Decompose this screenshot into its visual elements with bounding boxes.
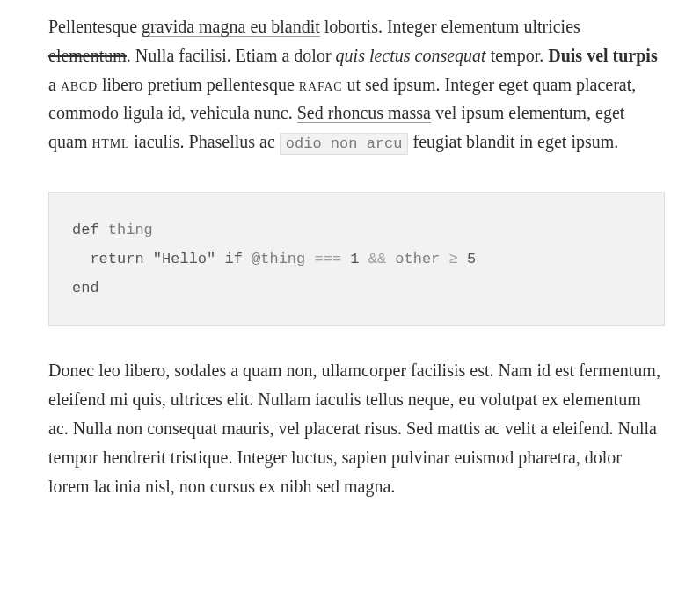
text-run: libero pretium pellentesque bbox=[98, 75, 299, 94]
text-run: lobortis. Integer elementum ultricies bbox=[320, 17, 580, 36]
emphasis-text: quis lectus consequat bbox=[336, 46, 486, 65]
text-run: iaculis. Phasellus ac bbox=[129, 132, 280, 151]
code-space bbox=[243, 251, 252, 267]
text-run: . Nulla facilisi. Etiam a dolor bbox=[127, 46, 336, 65]
paragraph-1: Pellentesque gravida magna eu blandit lo… bbox=[48, 12, 665, 157]
paragraph-2: Donec leo libero, sodales a quam non, ul… bbox=[48, 356, 665, 500]
code-op-eqeqeq: === bbox=[314, 251, 341, 267]
link-gravida[interactable]: gravida magna eu blandit bbox=[142, 17, 320, 37]
text-run: a bbox=[48, 75, 61, 94]
code-block: def thing return "Hello" if @thing === 1… bbox=[48, 192, 665, 326]
code-space bbox=[341, 251, 350, 267]
strong-text: Duis vel turpis bbox=[548, 46, 657, 65]
strikethrough-text: elementum bbox=[48, 46, 127, 65]
text-run: tempor. bbox=[486, 46, 549, 65]
inline-code: odio non arcu bbox=[280, 133, 409, 155]
code-keyword-end: end bbox=[72, 280, 99, 296]
code-space bbox=[215, 251, 224, 267]
code-number-1: 1 bbox=[350, 251, 359, 267]
code-space bbox=[386, 251, 395, 267]
code-name: thing bbox=[99, 222, 153, 238]
text-run: Pellentesque bbox=[48, 17, 142, 36]
code-string: "Hello" bbox=[153, 251, 215, 267]
code-space bbox=[440, 251, 448, 267]
link-sed-rhoncus[interactable]: Sed rhoncus massa bbox=[297, 103, 431, 123]
code-space bbox=[305, 251, 314, 267]
code-keyword-def: def bbox=[72, 222, 99, 238]
text-run: feugiat blandit in eget ipsum. bbox=[408, 132, 618, 151]
code-number-5: 5 bbox=[467, 251, 476, 267]
code-op-and: && bbox=[368, 251, 386, 267]
smallcaps-html: html bbox=[91, 132, 129, 151]
code-space bbox=[144, 251, 153, 267]
smallcaps-abcd: abcd bbox=[61, 75, 98, 94]
code-space bbox=[458, 251, 467, 267]
smallcaps-rafac: rafac bbox=[299, 75, 343, 94]
code-space bbox=[360, 251, 368, 267]
document-page: Pellentesque gravida magna eu blandit lo… bbox=[0, 0, 700, 500]
code-indent bbox=[72, 251, 90, 267]
code-op-ge: ≥ bbox=[449, 251, 458, 267]
code-keyword-if: if bbox=[224, 251, 242, 267]
code-ivar: @thing bbox=[252, 251, 305, 267]
code-name-other: other bbox=[395, 251, 440, 267]
code-keyword-return: return bbox=[90, 251, 143, 267]
